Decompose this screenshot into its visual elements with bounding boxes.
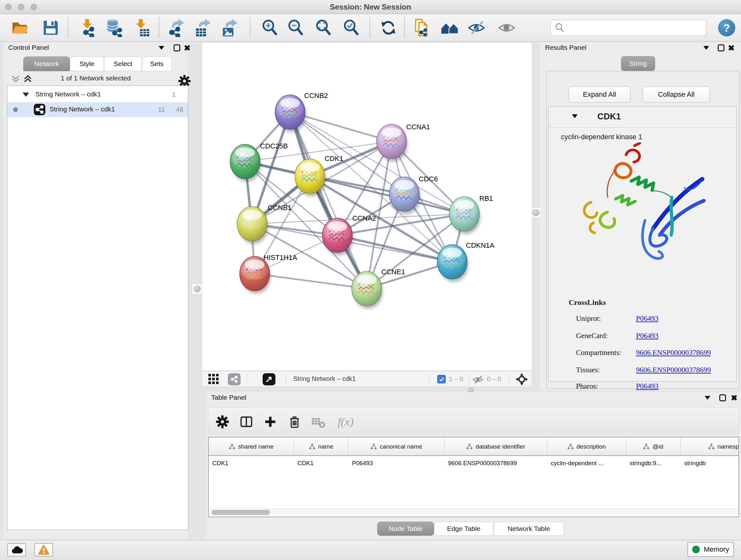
collapse-panel-icon[interactable] xyxy=(704,396,711,400)
float-panel-icon[interactable] xyxy=(174,44,180,51)
export-network-button[interactable] xyxy=(165,16,190,40)
tree-expand-caret-icon[interactable] xyxy=(22,91,30,98)
expand-all-tree-icon[interactable] xyxy=(11,75,20,84)
network-row-selected[interactable]: String Network – cdk1 11 48 xyxy=(7,102,188,117)
export-image-button[interactable] xyxy=(218,16,243,40)
hide-selected-button[interactable] xyxy=(464,16,489,40)
crosslink-pharos-link[interactable]: P06493 xyxy=(636,382,658,390)
add-column-button[interactable] xyxy=(261,413,279,431)
import-network-icon xyxy=(77,18,96,37)
column-header-5[interactable]: @id xyxy=(626,438,681,455)
network-canvas[interactable]: CCNB2CCNA1CDC25BCDK1CDC6RB1CCNB1CCNA2CDK… xyxy=(202,42,532,371)
tab-sets[interactable]: Sets xyxy=(142,57,172,71)
expand-all-button[interactable]: Expand All xyxy=(569,86,630,103)
table-row[interactable]: CDK1CDK1P064939606.ENSP00000378699cyclin… xyxy=(209,456,739,470)
import-network-database-button[interactable] xyxy=(102,16,126,40)
scrollbar-thumb[interactable] xyxy=(212,510,270,515)
network-edge[interactable] xyxy=(255,273,367,289)
table-cell[interactable]: CDK1 xyxy=(294,456,348,470)
tab-node-table[interactable]: Node Table xyxy=(377,522,434,536)
import-table-file-button[interactable] xyxy=(129,16,154,40)
crosslinks-title: CrossLinks xyxy=(569,298,606,307)
warnings-button[interactable] xyxy=(35,543,53,557)
current-network-title: String Network – cdk1 xyxy=(293,375,356,382)
crosslink-tissues-link[interactable]: 9606.ENSP00000378699 xyxy=(636,366,711,374)
open-session-button[interactable] xyxy=(8,16,32,40)
first-neighbors-button[interactable] xyxy=(437,16,462,40)
tab-network-table[interactable]: Network Table xyxy=(493,522,564,536)
delete-column-button[interactable] xyxy=(286,413,304,431)
show-all-button[interactable] xyxy=(495,16,520,40)
save-session-button[interactable] xyxy=(38,16,63,40)
collapse-all-button[interactable]: Collapse All xyxy=(643,86,710,103)
collapse-panel-icon[interactable] xyxy=(703,46,709,50)
network-edge[interactable] xyxy=(290,112,367,289)
selected-checkbox[interactable] xyxy=(437,375,446,383)
network-row-label: String Network – cdk1 xyxy=(50,105,115,113)
table-horizontal-scrollbar[interactable] xyxy=(209,508,738,516)
splitter-dot xyxy=(532,209,539,216)
table-options-button[interactable] xyxy=(213,413,231,431)
import-network-file-button[interactable] xyxy=(74,16,99,40)
close-panel-icon[interactable]: ✖ xyxy=(184,44,191,52)
search-input[interactable] xyxy=(568,21,706,34)
zoom-out-button[interactable] xyxy=(283,16,308,40)
close-panel-icon[interactable]: ✖ xyxy=(731,394,738,401)
tab-style[interactable]: Style xyxy=(70,57,104,71)
toolbar-separator xyxy=(369,17,370,38)
node-label-CDC25B: CDC25B xyxy=(260,142,288,150)
node-gloss xyxy=(277,100,304,118)
crosslink-genecard-link[interactable]: P06493 xyxy=(636,332,658,340)
copy-style-button[interactable] xyxy=(409,16,434,40)
gene-section-header[interactable]: CDK1 xyxy=(549,107,737,128)
gene-collapse-caret-icon[interactable] xyxy=(572,114,578,118)
zoom-in-button[interactable] xyxy=(257,16,282,40)
function-builder-button[interactable]: f(x) xyxy=(333,413,358,431)
string-network-icon xyxy=(34,104,45,115)
export-table-button[interactable] xyxy=(191,16,216,40)
column-header-4[interactable]: description xyxy=(547,438,626,455)
left-splitter-handle[interactable] xyxy=(192,284,203,294)
close-panel-icon[interactable]: ✖ xyxy=(728,44,735,52)
zoom-fit-button[interactable] xyxy=(311,16,336,40)
table-cell[interactable]: stringdb xyxy=(681,456,739,470)
main-toolbar: ? xyxy=(0,14,741,42)
open-in-window-button[interactable] xyxy=(263,373,275,385)
float-panel-icon[interactable] xyxy=(718,44,724,51)
column-header-1[interactable]: name xyxy=(294,438,348,455)
column-header-2[interactable]: canonical name xyxy=(348,438,445,455)
tab-select[interactable]: Select xyxy=(104,57,142,71)
table-cell[interactable]: P06493 xyxy=(348,456,445,470)
crosslink-compartments-link[interactable]: 9606.ENSP00000378699 xyxy=(636,349,711,357)
zoom-selected-button[interactable] xyxy=(339,16,363,40)
collapse-all-tree-icon[interactable] xyxy=(23,75,32,84)
crosslink-uniprot-link[interactable]: P06493 xyxy=(636,314,658,323)
column-header-3[interactable]: database identifier xyxy=(445,438,547,455)
table-cell[interactable]: CDK1 xyxy=(209,456,294,470)
collapse-panel-icon[interactable] xyxy=(158,46,164,50)
table-cell[interactable]: 9606.ENSP00000378699 xyxy=(445,456,547,470)
tab-network[interactable]: Network xyxy=(23,57,70,71)
column-header-0[interactable]: shared name xyxy=(209,438,294,455)
network-badge-button[interactable] xyxy=(228,373,241,385)
table-cell[interactable]: stringdb:9... xyxy=(626,456,681,470)
cloud-status-button[interactable] xyxy=(7,543,26,557)
delete-table-button[interactable] xyxy=(310,413,327,431)
results-panel: Results Panel ✖ String Expand All Collap… xyxy=(540,42,741,390)
tab-string[interactable]: String xyxy=(621,56,655,71)
export-table-icon xyxy=(194,18,212,37)
column-header-6[interactable]: namespace xyxy=(681,438,739,455)
memory-button[interactable]: Memory xyxy=(687,542,734,557)
tab-edge-table[interactable]: Edge Table xyxy=(434,522,493,536)
help-button[interactable]: ? xyxy=(718,19,735,37)
birdseye-view-button[interactable] xyxy=(516,373,528,387)
eye-icon xyxy=(498,18,516,37)
grid-view-button[interactable] xyxy=(208,374,220,386)
show-columns-button[interactable] xyxy=(238,413,255,431)
apply-layout-button[interactable] xyxy=(376,16,401,40)
float-panel-icon[interactable] xyxy=(719,394,726,401)
selected-node-edge-count: 1 – 0 xyxy=(449,375,463,383)
network-collection-row[interactable]: String Network – cdk1 1 xyxy=(7,87,188,102)
network-edge[interactable] xyxy=(337,235,452,262)
table-cell[interactable]: cyclin-dependent ... xyxy=(547,456,626,470)
